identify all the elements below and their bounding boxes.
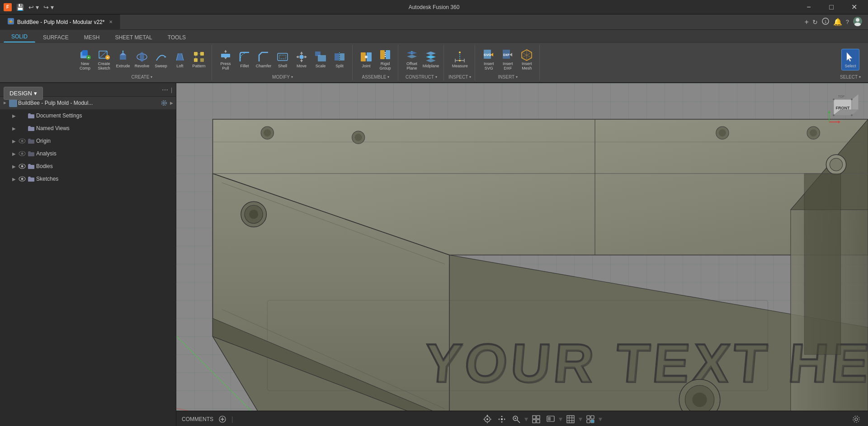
browser-item-named-views[interactable]: ▶ Named Views [0, 122, 176, 135]
browser-item-bodies[interactable]: ▶ Bodies [0, 160, 176, 173]
move-button[interactable]: Move [292, 49, 311, 70]
rigid-group-button[interactable]: RigidGroup [376, 49, 394, 70]
insert-mesh-button[interactable]: InsertMesh [518, 49, 536, 70]
browser-item-document-settings[interactable]: ▶ Document Settings [0, 109, 176, 122]
sweep-button[interactable]: Sweep [152, 49, 170, 70]
tab-tools[interactable]: TOOLS [160, 32, 193, 42]
account-button[interactable] [853, 16, 863, 28]
measure-button[interactable]: Measure [451, 49, 469, 70]
extrude-button[interactable]: Extrude [114, 49, 132, 70]
zoom-window-button[interactable] [510, 413, 523, 426]
tab-surface[interactable]: SURFACE [35, 32, 76, 42]
orbit-button[interactable] [481, 413, 494, 426]
browser-item-analysis[interactable]: ▶ Analysis [0, 147, 176, 160]
svg-point-122 [719, 129, 726, 136]
tab-mesh[interactable]: MESH [76, 32, 108, 42]
tab-close-button[interactable]: ✕ [109, 19, 113, 24]
active-tab[interactable]: 🐝 BuildBee - Pulp Mold - Modular v22* ✕ [0, 14, 120, 30]
insert-dxf-label: InsertDXF [503, 62, 513, 71]
root-arrow-button[interactable]: ▶ [169, 100, 174, 106]
split-icon [333, 51, 346, 63]
tab-actions: + ↻ 1 🔔 ? [804, 16, 868, 28]
window-controls: − □ ✕ [798, 0, 864, 14]
offset-plane-button[interactable]: OffsetPlane [403, 49, 421, 70]
tab-solid[interactable]: SOLID [4, 31, 35, 42]
origin-expand[interactable]: ▶ [11, 138, 17, 144]
svg-line-154 [517, 420, 520, 423]
split-button[interactable]: Split [330, 49, 349, 70]
undo-button[interactable]: ↩ ▾ [27, 3, 41, 12]
svg-marker-38 [300, 60, 303, 62]
chamfer-button[interactable]: Chamfer [255, 49, 273, 70]
scale-icon [314, 51, 327, 63]
sketches-visibility-toggle[interactable] [18, 175, 26, 183]
svg-point-131 [851, 98, 853, 100]
root-settings-button[interactable] [160, 99, 168, 107]
minimize-button[interactable]: − [798, 0, 819, 14]
help-button[interactable]: ? [846, 19, 849, 25]
maximize-button[interactable]: □ [821, 0, 842, 14]
fillet-icon [238, 51, 251, 63]
revolve-button[interactable]: Revolve [133, 49, 151, 70]
pattern-button[interactable]: Pattern [190, 49, 208, 70]
svg-rect-152 [501, 418, 503, 420]
refresh-button[interactable]: ↻ [812, 19, 818, 26]
svg-marker-39 [296, 56, 298, 58]
svg-point-142 [486, 418, 488, 420]
insert-tools: SVG InsertSVG DXF InsertDXF [480, 46, 536, 74]
browser-item-origin[interactable]: ▶ Origin [0, 135, 176, 147]
create-group-arrow: ▾ [151, 75, 152, 79]
browser-item-sketches[interactable]: ▶ Sketches [0, 173, 176, 185]
joint-button[interactable]: Joint [357, 49, 375, 70]
view-settings-button[interactable] [584, 413, 597, 426]
settings-button[interactable] [850, 413, 863, 426]
origin-visibility-toggle[interactable] [18, 137, 26, 145]
grid-button[interactable] [564, 413, 577, 426]
design-dropdown-button[interactable]: DESIGN ▾ [4, 87, 43, 100]
fillet-button[interactable]: Fillet [236, 49, 254, 70]
tab-sheet-metal[interactable]: SHEET METAL [107, 32, 160, 42]
browser-resize-handle[interactable]: | [171, 87, 172, 93]
pan-button[interactable] [495, 413, 508, 426]
analysis-visibility-toggle[interactable] [18, 150, 26, 158]
svg-rect-26 [194, 58, 198, 62]
named-views-expand[interactable]: ▶ [11, 125, 17, 131]
redo-button[interactable]: ↪ ▾ [42, 3, 56, 12]
new-component-button[interactable]: + NewComp [76, 49, 94, 70]
loft-button[interactable]: Loft [171, 49, 189, 70]
select-tool-label: Select [845, 64, 856, 69]
browser-options-button[interactable]: ⋯ [162, 86, 168, 94]
root-expand-button[interactable] [2, 100, 8, 106]
viewport[interactable]: YOUR TEXT HERE YOUR TEXT HERE [176, 83, 868, 426]
shell-button[interactable]: Shell [274, 49, 292, 70]
bodies-expand[interactable]: ▶ [11, 163, 17, 169]
view-cube[interactable]: FRONT TOP [825, 90, 861, 126]
save-button[interactable]: 💾 [14, 3, 26, 12]
midplane-button[interactable]: Midplane [422, 49, 440, 70]
svg-text:+: + [88, 56, 90, 60]
press-pull-button[interactable]: PressPull [217, 49, 235, 70]
assemble-tools: Joint RigidGroup [357, 46, 394, 74]
add-tab-button[interactable]: + [804, 18, 808, 26]
sketches-expand[interactable]: ▶ [11, 176, 17, 182]
insert-dxf-button[interactable]: DXF InsertDXF [499, 49, 517, 70]
inspect-group-label: INSPECT ▾ [448, 74, 471, 80]
bodies-visibility-toggle[interactable] [18, 162, 26, 170]
midplane-icon [425, 51, 437, 63]
doc-settings-expand[interactable]: ▶ [11, 112, 17, 119]
svg-point-90 [21, 178, 24, 180]
create-sketch-button[interactable]: + CreateSketch [95, 49, 113, 70]
select-tool-button[interactable]: Select [841, 49, 859, 70]
scale-button[interactable]: Scale [311, 49, 330, 70]
close-button[interactable]: ✕ [844, 0, 864, 14]
design-dropdown-arrow: ▾ [34, 90, 37, 97]
insert-svg-button[interactable]: SVG InsertSVG [480, 49, 498, 70]
notifications-button[interactable]: 🔔 [833, 18, 842, 26]
new-component-label: NewComp [80, 62, 90, 71]
add-comment-button[interactable] [216, 413, 229, 426]
history-button[interactable]: 1 [821, 17, 830, 27]
display-settings-button[interactable] [544, 413, 557, 426]
analysis-expand[interactable]: ▶ [11, 150, 17, 157]
named-views-label: Named Views [36, 125, 174, 131]
zoom-fit-button[interactable] [530, 413, 542, 426]
